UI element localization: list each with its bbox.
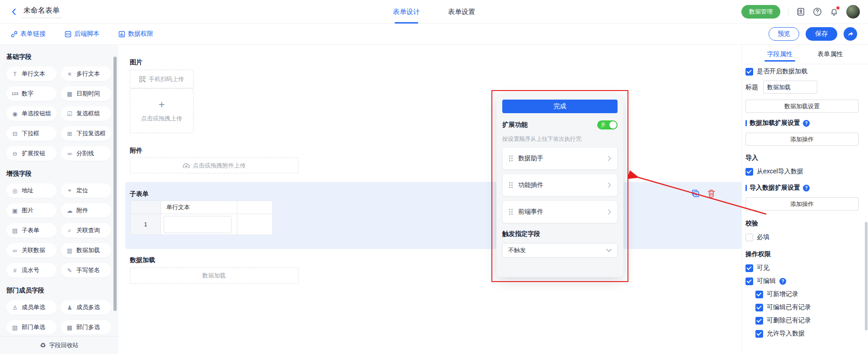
visible-checkbox[interactable] [745, 264, 753, 272]
drag-handle-icon [509, 209, 513, 215]
field-title-input[interactable] [763, 81, 817, 94]
textarea-icon: ≡ [66, 71, 73, 77]
editable-row: 可编辑 ? [745, 277, 858, 285]
preview-button[interactable]: 预览 [769, 27, 799, 41]
field-number[interactable]: 123数字 [6, 86, 57, 101]
allow-import-checkbox[interactable] [755, 330, 763, 338]
dept-multi-icon: ▩ [66, 324, 73, 331]
sidebar-scrollbar[interactable] [113, 57, 117, 311]
chevron-down-icon [606, 249, 612, 252]
field-data-load[interactable]: ▥数据加载 [61, 243, 111, 258]
image-upload-box[interactable]: + 点击或拖拽上传 [130, 88, 193, 133]
share-button[interactable] [844, 27, 857, 41]
tab-form-properties[interactable]: 表单属性 [817, 45, 843, 64]
dataload-settings-button[interactable]: 数据加载设置 [745, 100, 859, 113]
import-ext-section-title: 导入数据扩展设置 [750, 184, 800, 192]
subform-text-input[interactable] [164, 216, 231, 233]
field-signature[interactable]: ✎手写签名 [61, 263, 111, 277]
field-recycle-bin[interactable]: ♻ 字段回收站 [0, 336, 118, 354]
trigger-field-label: 触发指定字段 [502, 230, 618, 238]
field-serial-number[interactable]: #流水号 [6, 263, 57, 277]
copy-field-icon[interactable] [691, 189, 700, 198]
field-checkbox-group[interactable]: ☑复选框组 [61, 106, 111, 121]
execution-order-hint: 按设置顺序从上往下依次执行完 [502, 135, 618, 143]
field-relation-query[interactable]: ⌕关联查询 [61, 223, 111, 238]
enable-dataload-checkbox[interactable] [745, 68, 753, 76]
help-circle-icon[interactable]: ? [803, 185, 810, 191]
field-address[interactable]: ◎地址 [6, 183, 57, 198]
field-member-single[interactable]: ♙成员单选 [6, 300, 57, 315]
address-book-icon[interactable] [796, 7, 805, 16]
help-circle-icon[interactable]: ? [803, 120, 810, 127]
field-subform[interactable]: ▤子表单 [6, 223, 57, 238]
subform-selected-block[interactable]: 子表单 单行文本 1 [125, 182, 741, 249]
visible-row: 可见 [745, 264, 858, 272]
add-action-button-dataload[interactable]: 添加操作 [745, 133, 859, 146]
recycle-icon: ♻ [40, 341, 46, 349]
dataload-ext-section-title: 数据加载扩展设置 [750, 119, 800, 127]
extension-toggle[interactable]: 开 [597, 120, 618, 129]
qr-code-icon [139, 76, 146, 82]
chart-icon: ▥ [66, 247, 73, 254]
card-function-plugin[interactable]: 功能插件 [502, 174, 618, 196]
dataload-ext-section-header: 数据加载扩展设置 ? [745, 119, 858, 127]
plus-icon: + [158, 99, 165, 110]
dataload-placeholder: 数据加载 [203, 272, 226, 280]
import-ext-section-header: 导入数据扩展设置 ? [745, 184, 858, 192]
field-member-multi[interactable]: ♟成员多选 [61, 300, 111, 315]
field-datetime[interactable]: ▦日期时间 [61, 86, 111, 101]
field-relation-data[interactable]: ∞关联数据 [6, 243, 57, 258]
add-action-button-import[interactable]: 添加操作 [745, 197, 859, 210]
can-delete-record-checkbox[interactable] [755, 317, 763, 325]
form-link-label: 表单链接 [20, 30, 46, 38]
can-edit-record-checkbox[interactable] [755, 304, 763, 311]
card-label: 功能插件 [518, 181, 543, 189]
editable-checkbox[interactable] [745, 277, 753, 285]
form-link-button[interactable]: 表单链接 [11, 30, 46, 38]
field-divider-line[interactable]: ═分割线 [61, 146, 111, 161]
save-button[interactable]: 保存 [806, 27, 837, 41]
attachment-field-label: 附件 [130, 147, 142, 155]
field-image[interactable]: ▣图片 [6, 203, 57, 218]
pin-icon: ◎ [11, 187, 19, 194]
back-button[interactable] [10, 8, 18, 16]
can-add-record-label: 可新增记录 [767, 290, 798, 298]
tab-field-properties[interactable]: 字段属性 [767, 45, 793, 64]
field-dept-single[interactable]: ▧部门单选 [6, 320, 57, 335]
help-icon[interactable] [813, 7, 822, 16]
required-label: 必填 [757, 233, 769, 241]
backend-script-button[interactable]: 后端脚本 [65, 30, 99, 38]
field-attachment[interactable]: ☁附件 [61, 203, 111, 218]
field-single-line-text[interactable]: T单行文本 [6, 67, 57, 81]
can-add-record-checkbox[interactable] [755, 291, 763, 298]
field-location[interactable]: ⌖定位 [61, 183, 111, 198]
tab-form-design[interactable]: 表单设计 [393, 0, 420, 24]
field-multi-select[interactable]: ⊞下拉复选框 [61, 126, 111, 141]
field-radio-group[interactable]: ◉单选按钮组 [6, 106, 57, 121]
delete-field-icon[interactable] [707, 189, 716, 198]
field-dept-multi[interactable]: ▩部门多选 [61, 320, 111, 335]
trigger-select[interactable]: 不触发 [502, 243, 618, 258]
multi-select-icon: ⊞ [66, 130, 73, 137]
card-data-assistant[interactable]: 数据助手 [502, 147, 618, 170]
tab-form-settings[interactable]: 表单设置 [448, 0, 475, 24]
done-button[interactable]: 完成 [502, 100, 618, 113]
panel-scrollbar[interactable] [865, 222, 868, 330]
help-circle-icon[interactable]: ? [779, 278, 786, 285]
card-frontend-event[interactable]: 前端事件 [502, 201, 618, 223]
subform-column-header[interactable]: 单行文本 [161, 201, 237, 214]
required-checkbox[interactable] [745, 234, 753, 241]
data-manage-button[interactable]: 数据管理 [741, 5, 780, 19]
field-extend-button[interactable]: ⊖扩展按钮 [6, 146, 57, 161]
field-select[interactable]: ⊟下拉框 [6, 126, 57, 141]
scan-upload-box[interactable]: 手机扫码上传 [130, 70, 193, 88]
data-permission-button[interactable]: 数据权限 [118, 30, 153, 38]
can-delete-record-label: 可删除已有记录 [767, 316, 811, 325]
attachment-upload-box[interactable]: 点击或拖拽附件上传 [130, 158, 298, 173]
import-excel-checkbox[interactable] [745, 168, 753, 176]
field-multi-line-text[interactable]: ≡多行文本 [61, 67, 111, 81]
form-title[interactable]: 未命名表单 [23, 6, 61, 18]
dataload-placeholder-box[interactable]: 数据加载 [130, 268, 298, 284]
notification-bell-icon[interactable] [830, 7, 839, 16]
user-avatar[interactable] [846, 5, 860, 19]
